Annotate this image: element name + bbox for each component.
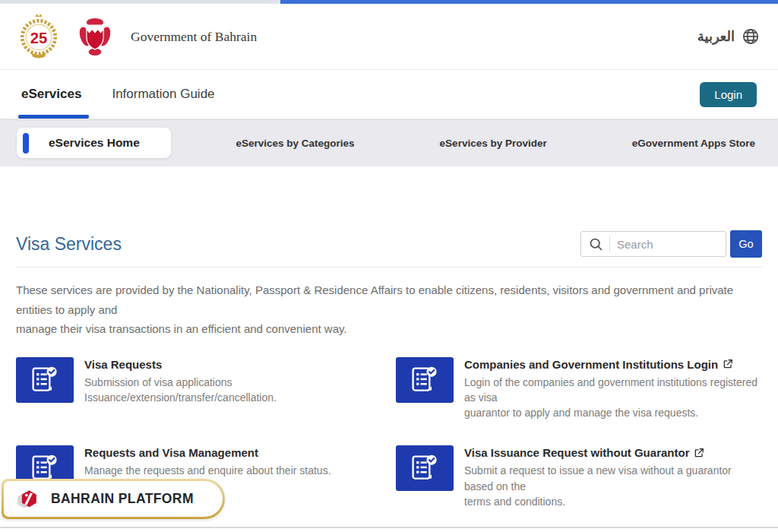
tab-information-guide[interactable]: Information Guide <box>112 70 214 119</box>
subnav-item-categories[interactable]: eServices by Categories <box>236 138 355 149</box>
service-title[interactable]: Companies and Government Institutions Lo… <box>464 358 718 371</box>
secondary-nav: eServices Home eServices by Categories e… <box>0 119 778 166</box>
intro-description-line2: manage their visa transactions in an eff… <box>16 322 347 335</box>
section-divider <box>16 267 762 268</box>
document-check-icon <box>396 357 454 403</box>
subnav-item-eservices-home[interactable]: eServices Home <box>17 128 171 158</box>
search-go-button[interactable]: Go <box>730 230 762 258</box>
bahrain-platform-badge-inner: BAHRAIN PLATFORM <box>4 481 223 517</box>
service-card-text: Visa Requests Submission of visa applica… <box>84 357 277 406</box>
service-card-text: Visa Issuance Request without Guarantor … <box>464 445 762 509</box>
anniversary-number: 25 <box>30 30 48 46</box>
service-title[interactable]: Visa Issuance Request without Guarantor <box>464 446 689 459</box>
globe-icon <box>742 27 760 46</box>
intro-description: These services are provided by the Natio… <box>16 280 762 339</box>
title-row: Visa Services Go <box>16 230 762 258</box>
main-content: Visa Services Go These services are prov… <box>0 230 778 509</box>
service-description: Submission of visa applications Issuance… <box>84 375 277 406</box>
subnav-item-provider[interactable]: eServices by Provider <box>440 138 547 149</box>
page-title: Visa Services <box>16 234 122 255</box>
subnav-item-apps-store[interactable]: eGovernment Apps Store <box>632 138 755 149</box>
header: 25 Government of Bahrain <box>0 4 778 70</box>
primary-tabs: eServices Information Guide Login <box>0 70 778 119</box>
external-link-icon <box>723 359 733 369</box>
service-description: Submit a request to issue a new visa wit… <box>464 463 762 509</box>
bahrain-platform-badge: BAHRAIN PLATFORM <box>2 479 225 519</box>
external-link-icon <box>694 448 704 458</box>
page: 25 Government of Bahrain <box>0 0 778 532</box>
subnav-links: eServices by Categories eServices by Pro… <box>171 138 761 149</box>
brand-text: Government of Bahrain <box>131 29 257 45</box>
language-switcher[interactable]: العربية <box>697 27 760 46</box>
bottom-divider <box>0 527 778 528</box>
search-input[interactable] <box>609 236 723 252</box>
bahrain-crest-logo <box>76 15 114 58</box>
service-card-companies-government-login[interactable]: Companies and Government Institutions Lo… <box>396 357 762 421</box>
active-indicator-pill <box>23 133 29 154</box>
document-check-icon <box>396 445 454 491</box>
anniversary-25-logo: 25 <box>18 13 59 60</box>
language-label[interactable]: العربية <box>697 28 735 45</box>
login-button[interactable]: Login <box>700 82 757 107</box>
service-description: Login of the companies and government in… <box>464 375 762 421</box>
tab-label-eservices: eServices <box>21 87 81 102</box>
bahrain-platform-logo <box>14 486 41 513</box>
service-card-text: Companies and Government Institutions Lo… <box>464 357 762 421</box>
service-description: Manage the requests and enquire about th… <box>84 463 331 478</box>
search-area: Go <box>580 230 762 258</box>
service-title[interactable]: Visa Requests <box>84 358 162 371</box>
subnav-active-label: eServices Home <box>49 136 140 150</box>
search-icon <box>588 236 604 252</box>
tab-eservices[interactable]: eServices <box>21 70 81 119</box>
service-card-visa-issuance-without-guarantor[interactable]: Visa Issuance Request without Guarantor … <box>396 445 762 509</box>
platform-label: BAHRAIN PLATFORM <box>51 491 194 507</box>
document-check-icon <box>16 357 74 403</box>
header-branding: 25 Government of Bahrain <box>18 13 257 60</box>
active-tab-underline <box>18 115 89 119</box>
search-box <box>580 231 726 257</box>
intro-description-line1: These services are provided by the Natio… <box>16 283 733 316</box>
service-card-visa-requests[interactable]: Visa Requests Submission of visa applica… <box>16 357 382 421</box>
tab-label-information-guide: Information Guide <box>112 87 214 102</box>
service-title[interactable]: Requests and Visa Management <box>84 446 258 459</box>
service-card-text: Requests and Visa Management Manage the … <box>84 445 331 478</box>
